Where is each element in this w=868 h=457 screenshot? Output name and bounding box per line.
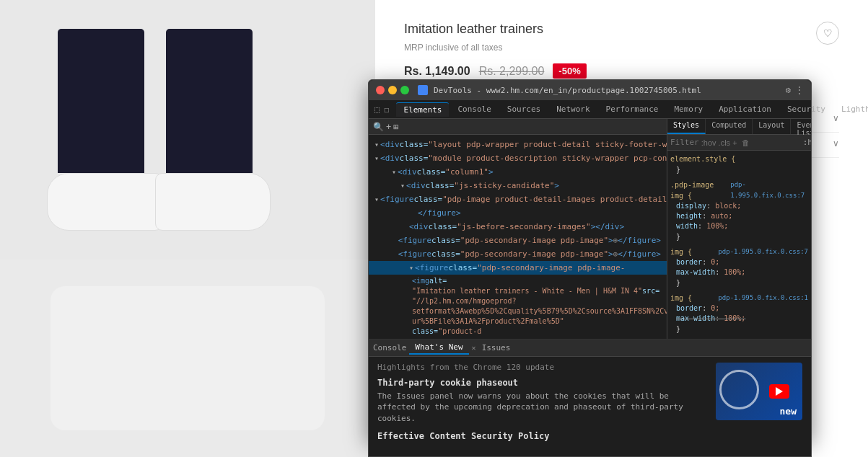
styles-tabs: Styles Computed Layout Event Listeners xyxy=(667,119,811,135)
elements-toolbar: 🔍 + ⊞ xyxy=(369,119,667,135)
shoe-right xyxy=(155,173,271,231)
tab-computed[interactable]: Computed xyxy=(706,119,753,134)
tab-sources[interactable]: Sources xyxy=(500,102,548,116)
settings-icon[interactable]: ⚙ xyxy=(786,85,791,95)
wishlist-button[interactable]: ♡ xyxy=(816,22,839,45)
tab-memory[interactable]: Memory xyxy=(667,102,710,116)
console-tab-bar: Console What's New ✕ Issues xyxy=(369,340,811,357)
issue-cookie-phaseout: Third-party cookie phaseout The Issues p… xyxy=(377,378,709,424)
issues-highlight-label: Highlights from the Chrome 120 update xyxy=(377,363,709,372)
window-controls xyxy=(376,86,409,94)
more-icon[interactable]: ⋮ xyxy=(795,85,804,95)
tab-performance[interactable]: Performance xyxy=(599,102,666,116)
tab-lighthouse[interactable]: Lighthouse xyxy=(834,102,868,116)
devtools-title: DevTools - www2.hm.com/en_in/productpage… xyxy=(434,86,780,95)
styles-filter-input[interactable] xyxy=(701,138,801,147)
hov-toggle[interactable]: :hov xyxy=(803,138,811,147)
tab-elements[interactable]: Elements xyxy=(396,102,449,117)
tree-line-1[interactable]: ▾ <div class="layout pdp-wrapper product… xyxy=(369,138,667,151)
video-thumbnail[interactable]: new xyxy=(716,363,802,420)
img-source-1: pdp-1.995.0.fix.0.css:7 xyxy=(718,247,808,257)
shoe-image xyxy=(43,29,332,231)
plus-icon[interactable]: + xyxy=(386,122,391,132)
tree-line-2[interactable]: ▾ <div class="module product-description… xyxy=(369,151,667,165)
cookie-phaseout-desc: The Issues panel now warns you about the… xyxy=(377,391,709,424)
style-maxwidth-2: max-width: 100%; xyxy=(670,314,808,324)
img-rule-2-close: } xyxy=(670,324,808,334)
chrome-favicon xyxy=(418,85,428,95)
issues-list: Highlights from the Chrome 120 update Th… xyxy=(377,363,709,451)
img-selector-1: img { xyxy=(670,247,692,257)
product-title: Imitation leather trainers xyxy=(404,22,839,37)
tree-line-7[interactable]: <div class="js-before-secondary-images">… xyxy=(369,220,667,234)
discount-badge: -50% xyxy=(553,63,586,79)
cookie-phaseout-title: Third-party cookie phaseout xyxy=(377,378,709,388)
console-panel: Console What's New ✕ Issues Highlights f… xyxy=(368,339,812,457)
tree-line-10-selected[interactable]: ▾ <figure class="pdp-secondary-image pdp… xyxy=(369,261,667,275)
img-rule-1-close: } xyxy=(670,278,808,288)
img-rule-2-header: img { pdp-1.995.0.fix.0.css:1 xyxy=(670,293,808,303)
devtools-titlebar: DevTools - www2.hm.com/en_in/productpage… xyxy=(369,80,811,100)
pdp-image-rule-header: .pdp-image img { pdp-1.995.0.fix.0.css:7 xyxy=(670,179,808,201)
pdp-image-rule: .pdp-image img { pdp-1.995.0.fix.0.css:7… xyxy=(670,179,808,242)
tab-console[interactable]: Console xyxy=(450,102,498,116)
devtools-tab-bar: ⬚ ☐ Elements Console Sources Network Per… xyxy=(369,100,811,119)
play-icon xyxy=(776,387,783,396)
close-whats-new[interactable]: ✕ xyxy=(472,344,476,352)
style-height: height: auto; xyxy=(670,211,808,221)
titlebar-actions: ⚙ ⋮ xyxy=(786,85,804,95)
style-border-1: border: 0; xyxy=(670,257,808,267)
style-border-2: border: 0; xyxy=(670,303,808,314)
element-style-selector: element.style { xyxy=(670,154,808,164)
element-style-body: } xyxy=(670,164,808,175)
shoe-left xyxy=(47,173,162,231)
pants-left xyxy=(58,29,144,173)
maximize-button[interactable] xyxy=(400,86,409,94)
video-circle-graphic xyxy=(719,370,759,409)
tree-line-5[interactable]: ▾ <figure class="pdp-image product-detai… xyxy=(369,192,667,206)
pdp-image-close: } xyxy=(670,231,808,242)
style-display: display: block; xyxy=(670,201,808,211)
tab-application[interactable]: Application xyxy=(711,102,779,116)
tree-line-3[interactable]: ▾ <div class="column1"> xyxy=(369,165,667,179)
minimize-button[interactable] xyxy=(388,86,397,94)
price-current: Rs. 1,149.00 xyxy=(404,65,470,78)
product-secondary-image xyxy=(0,259,375,457)
img-source-2: pdp-1.995.0.fix.0.css:1 xyxy=(718,293,808,303)
inspect-icon[interactable]: ⬚ xyxy=(374,105,380,115)
pdp-image-source: pdp-1.995.0.fix.0.css:7 xyxy=(730,179,808,201)
tree-line-6[interactable]: </figure> xyxy=(369,206,667,220)
img-rule-1-header: img { pdp-1.995.0.fix.0.css:7 xyxy=(670,247,808,257)
youtube-play-button[interactable] xyxy=(769,384,789,399)
issues-content: Highlights from the Chrome 120 update Th… xyxy=(369,357,811,456)
price-section: Rs. 1,149.00 Rs. 2,299.00 -50% xyxy=(404,63,839,79)
img-selector-2: img { xyxy=(670,293,692,303)
tab-network[interactable]: Network xyxy=(549,102,597,116)
tab-event-listeners[interactable]: Event Listeners xyxy=(791,119,811,134)
product-images-panel xyxy=(0,0,375,457)
close-button[interactable] xyxy=(376,86,385,94)
tree-line-8[interactable]: <figure class="pdp-secondary-image pdp-i… xyxy=(369,234,667,247)
style-maxwidth-1: max-width: 100%; xyxy=(670,267,808,278)
tab-issues[interactable]: Issues xyxy=(482,343,511,352)
tab-security[interactable]: Security xyxy=(780,102,833,116)
chevron-down-icon-2: ∨ xyxy=(833,138,839,151)
shoe-side-image xyxy=(51,286,325,430)
video-new-label: new xyxy=(780,406,797,417)
tab-console-bottom[interactable]: Console xyxy=(373,343,406,352)
tree-line-img[interactable]: <img alt="Imitation leather trainers - W… xyxy=(369,275,667,338)
tree-line-4[interactable]: ▾ <div class="js-sticky-candidate"> xyxy=(369,179,667,192)
tab-whats-new[interactable]: What's New xyxy=(409,341,468,355)
toggle-icon[interactable]: ⊞ xyxy=(393,122,398,132)
img-rule-1: img { pdp-1.995.0.fix.0.css:7 border: 0;… xyxy=(670,247,808,288)
dom-search-icon[interactable]: 🔍 xyxy=(373,122,384,132)
device-icon[interactable]: ☐ xyxy=(384,105,389,115)
tab-styles[interactable]: Styles xyxy=(667,119,706,134)
pdp-image-selector: .pdp-image img { xyxy=(670,179,730,201)
tab-layout[interactable]: Layout xyxy=(753,119,791,134)
product-main-image xyxy=(0,0,375,259)
pants-right xyxy=(166,29,253,173)
filter-icon: Filter xyxy=(670,138,699,147)
tree-line-9[interactable]: <figure class="pdp-secondary-image pdp-i… xyxy=(369,247,667,261)
product-subtitle: MRP inclusive of all taxes xyxy=(404,43,839,53)
